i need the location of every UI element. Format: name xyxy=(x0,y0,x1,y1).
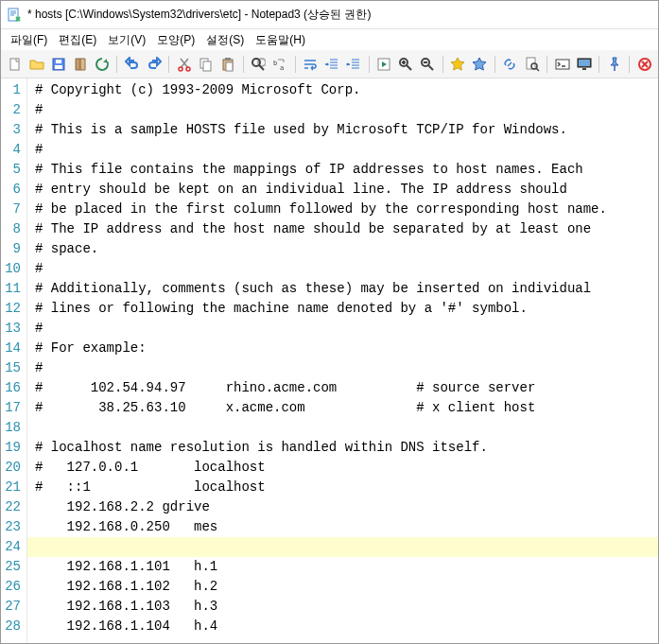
replace-icon[interactable]: ba xyxy=(270,54,290,75)
menu-item-3[interactable]: 모양(P) xyxy=(151,30,200,50)
code-line[interactable]: # For example: xyxy=(35,339,658,358)
line-number: 9 xyxy=(1,239,21,259)
save-icon[interactable] xyxy=(48,54,68,75)
star-blue-icon[interactable] xyxy=(470,54,490,75)
menu-item-1[interactable]: 편집(E) xyxy=(53,30,102,50)
code-line[interactable] xyxy=(35,418,658,438)
code-area[interactable]: # Copyright (c) 1993-2009 Microsoft Corp… xyxy=(27,78,658,643)
copy-icon[interactable] xyxy=(196,54,216,75)
code-line[interactable]: 192.168.1.102 h.2 xyxy=(35,577,658,597)
svg-rect-23 xyxy=(579,60,590,66)
book-icon[interactable] xyxy=(70,54,90,75)
toolbar-separator xyxy=(295,56,296,73)
code-line[interactable]: 192.168.1.103 h.3 xyxy=(35,597,658,617)
cut-icon[interactable] xyxy=(174,54,194,75)
terminal-icon[interactable] xyxy=(552,54,572,75)
new-file-icon[interactable] xyxy=(5,54,25,75)
code-line[interactable]: # entry should be kept on an individual … xyxy=(35,180,658,200)
editor[interactable]: 1234567891011121314151617181920212223242… xyxy=(1,78,658,643)
toolbar-separator xyxy=(168,56,169,73)
line-number: 18 xyxy=(1,418,21,438)
svg-point-5 xyxy=(179,67,182,71)
line-number-gutter: 1234567891011121314151617181920212223242… xyxy=(1,78,27,643)
code-line[interactable]: # Additionally, comments (such as these)… xyxy=(35,279,658,299)
line-number: 24 xyxy=(1,537,21,557)
svg-rect-11 xyxy=(226,62,233,71)
code-line[interactable]: # xyxy=(35,358,658,378)
code-line[interactable]: # 102.54.94.97 rhino.acme.com # source s… xyxy=(35,378,658,398)
toolbar-separator xyxy=(369,56,370,73)
svg-rect-10 xyxy=(225,58,231,61)
line-number: 23 xyxy=(1,517,21,537)
indent-icon[interactable] xyxy=(344,54,364,75)
code-line[interactable]: # xyxy=(35,259,658,279)
code-line[interactable]: # localhost name resolution is handled w… xyxy=(35,438,658,458)
line-number: 27 xyxy=(1,597,21,617)
zoom-in-icon[interactable] xyxy=(396,54,416,75)
paste-icon[interactable] xyxy=(217,54,237,75)
line-number: 13 xyxy=(1,319,21,339)
line-number: 28 xyxy=(1,617,21,636)
menu-item-5[interactable]: 도움말(H) xyxy=(250,30,311,50)
toolbar-separator xyxy=(598,56,599,73)
undo-icon[interactable] xyxy=(122,54,142,75)
menu-item-4[interactable]: 설정(S) xyxy=(200,30,250,50)
code-line[interactable]: # xyxy=(35,140,658,160)
redo-icon[interactable] xyxy=(144,54,164,75)
svg-rect-21 xyxy=(556,60,569,69)
line-number: 12 xyxy=(1,299,21,319)
code-line[interactable]: # This is a sample HOSTS file used by Mi… xyxy=(35,120,658,140)
line-number: 11 xyxy=(1,279,21,299)
line-number: 25 xyxy=(1,557,21,577)
line-number: 5 xyxy=(1,160,21,180)
monitor-icon[interactable] xyxy=(574,54,594,75)
code-line[interactable]: # 127.0.0.1 localhost xyxy=(35,458,658,478)
pin-icon[interactable] xyxy=(604,54,624,75)
line-number: 6 xyxy=(1,180,21,200)
code-line[interactable]: # 38.25.63.10 x.acme.com # x client host xyxy=(35,398,658,418)
star-gold-icon[interactable] xyxy=(448,54,468,75)
refresh-icon[interactable] xyxy=(92,54,112,75)
toolbar-separator xyxy=(442,56,443,73)
code-line[interactable]: 192.168.1.101 h.1 xyxy=(35,557,658,577)
line-number: 2 xyxy=(1,100,21,120)
code-line[interactable] xyxy=(27,537,658,557)
line-number: 26 xyxy=(1,577,21,597)
code-line[interactable]: # The IP address and the host name shoul… xyxy=(35,219,658,239)
zoom-out-icon[interactable] xyxy=(418,54,438,75)
line-number: 19 xyxy=(1,438,21,458)
code-line[interactable]: # xyxy=(35,100,658,120)
window-title: * hosts [C:\Windows\System32\drivers\etc… xyxy=(27,7,371,23)
code-line[interactable]: # space. xyxy=(35,239,658,259)
toolbar-separator xyxy=(116,56,117,73)
run-icon[interactable] xyxy=(374,54,394,75)
code-line[interactable]: # xyxy=(35,319,658,339)
code-line[interactable]: 192.168.1.104 h.4 xyxy=(35,617,658,636)
line-number: 16 xyxy=(1,378,21,398)
titlebar: * hosts [C:\Windows\System32\drivers\etc… xyxy=(1,1,658,29)
app-icon xyxy=(7,8,22,23)
code-line[interactable]: # lines or following the machine name de… xyxy=(35,299,658,319)
close-icon[interactable] xyxy=(634,54,654,75)
find-icon[interactable] xyxy=(248,54,268,75)
svg-text:b: b xyxy=(273,60,277,67)
svg-point-6 xyxy=(186,67,190,71)
code-line[interactable]: # Copyright (c) 1993-2009 Microsoft Corp… xyxy=(35,80,658,100)
toolbar-separator xyxy=(494,56,495,73)
code-line[interactable]: # be placed in the first column followed… xyxy=(35,200,658,219)
code-line[interactable]: # ::1 localhost xyxy=(35,478,658,497)
menu-item-2[interactable]: 보기(V) xyxy=(102,30,151,50)
line-number: 17 xyxy=(1,398,21,418)
code-line[interactable]: 192.168.0.250 mes xyxy=(35,517,658,537)
open-file-icon[interactable] xyxy=(26,54,46,75)
line-number: 22 xyxy=(1,497,21,517)
code-line[interactable]: # This file contains the mappings of IP … xyxy=(35,160,658,180)
search-doc-icon[interactable] xyxy=(522,54,542,75)
menubar: 파일(F)편집(E)보기(V)모양(P)설정(S)도움말(H) xyxy=(1,29,658,50)
link-icon[interactable] xyxy=(500,54,520,75)
toolbar-separator xyxy=(243,56,244,73)
word-wrap-icon[interactable] xyxy=(301,54,321,75)
menu-item-0[interactable]: 파일(F) xyxy=(5,30,53,50)
code-line[interactable]: 192.168.2.2 gdrive xyxy=(35,497,658,517)
outdent-icon[interactable] xyxy=(322,54,342,75)
